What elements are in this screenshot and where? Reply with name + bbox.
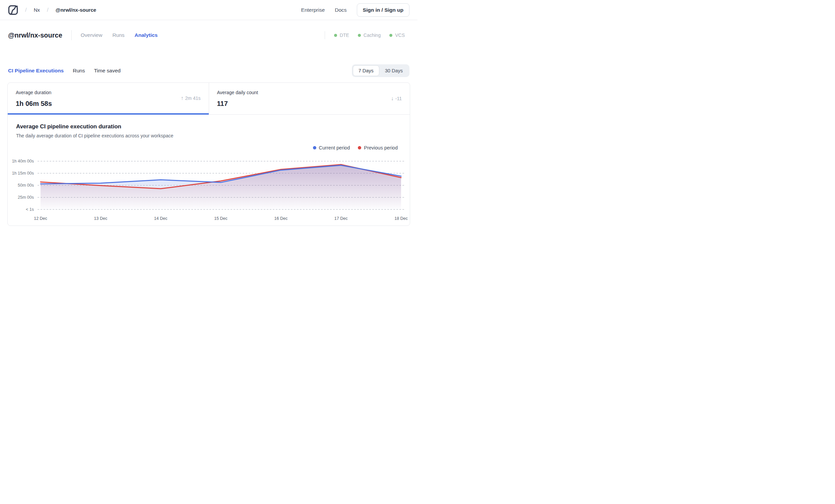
tab-time-saved[interactable]: Time saved <box>94 68 121 74</box>
status-caching: Caching <box>358 33 381 38</box>
x-axis-tick-label: 16 Dec <box>274 216 288 221</box>
toggle-7-days[interactable]: 7 Days <box>353 65 379 76</box>
stat-value: 117 <box>217 100 402 107</box>
top-navbar: / Nx / @nrwl/nx-source Enterprise Docs S… <box>0 0 418 20</box>
stat-title: Average duration <box>16 90 201 95</box>
status-dot-icon <box>389 34 392 37</box>
period-toggle: 7 Days 30 Days <box>352 64 409 77</box>
legend-label: Previous period <box>364 145 398 150</box>
tab-analytics[interactable]: Analytics <box>135 32 158 38</box>
breadcrumb-workspace[interactable]: @nrwl/nx-source <box>56 7 96 13</box>
status-label: VCS <box>395 33 405 38</box>
stat-title: Average daily count <box>217 90 402 95</box>
workspace-header: @nrwl/nx-source Overview Runs Analytics … <box>0 30 418 40</box>
page-title: @nrwl/nx-source <box>8 32 62 39</box>
chart-plot-svg <box>8 157 415 240</box>
arrow-up-icon: ↑ <box>181 95 184 101</box>
stat-cards-row: Average duration 1h 06m 58s ↑ 2m 41s Ave… <box>8 83 410 115</box>
divider <box>72 30 72 40</box>
chart-title: Average CI pipeline execution duration <box>16 123 410 130</box>
analytics-panel: Average duration 1h 06m 58s ↑ 2m 41s Ave… <box>7 82 410 226</box>
breadcrumb-separator: / <box>25 7 27 14</box>
stat-value: 1h 06m 58s <box>16 100 201 107</box>
workspace-nav: Overview Runs Analytics <box>81 32 158 38</box>
arrow-down-icon: ↓ <box>391 96 394 102</box>
legend-previous-period[interactable]: Previous period <box>358 145 398 150</box>
status-dot-icon <box>334 34 337 37</box>
navbar-links: Enterprise Docs Sign in / Sign up <box>301 3 409 17</box>
stat-delta: ↓ -11 <box>391 96 402 102</box>
breadcrumb-separator: / <box>47 7 48 14</box>
chart-panel: Average CI pipeline execution duration T… <box>8 115 410 225</box>
stat-delta-value: -11 <box>395 96 402 101</box>
analytics-tab-row: CI Pipeline Executions Runs Time saved 7… <box>0 64 418 77</box>
toggle-30-days[interactable]: 30 Days <box>379 65 408 76</box>
breadcrumb-org[interactable]: Nx <box>34 7 40 13</box>
analytics-tabs: CI Pipeline Executions Runs Time saved <box>8 68 121 74</box>
x-axis-tick-label: 13 Dec <box>94 216 107 221</box>
status-label: DTE <box>340 33 349 38</box>
sign-in-button[interactable]: Sign in / Sign up <box>357 3 409 17</box>
x-axis-tick-label: 18 Dec <box>394 216 408 221</box>
tab-ci-pipeline-executions[interactable]: CI Pipeline Executions <box>8 68 64 74</box>
stat-card-average-duration[interactable]: Average duration 1h 06m 58s ↑ 2m 41s <box>8 83 209 115</box>
nx-cloud-logo-icon[interactable] <box>8 5 18 15</box>
status-dte: DTE <box>334 33 349 38</box>
x-axis-tick-label: 15 Dec <box>214 216 227 221</box>
enterprise-link[interactable]: Enterprise <box>301 7 325 13</box>
stat-delta: ↑ 2m 41s <box>181 95 201 101</box>
x-axis-tick-label: 14 Dec <box>154 216 167 221</box>
workspace-status: DTE Caching VCS <box>325 31 409 39</box>
series-area <box>41 165 401 209</box>
line-chart: Current period Previous period 1h 40m 00… <box>8 139 410 225</box>
stat-card-average-daily-count[interactable]: Average daily count 117 ↓ -11 <box>209 83 410 115</box>
chart-subtitle: The daily average duration of CI pipelin… <box>16 133 410 138</box>
chart-legend: Current period Previous period <box>313 145 398 150</box>
stat-delta-value: 2m 41s <box>185 96 201 101</box>
x-axis-tick-label: 12 Dec <box>34 216 47 221</box>
divider <box>325 31 325 39</box>
x-axis-tick-label: 17 Dec <box>334 216 348 221</box>
tab-runs[interactable]: Runs <box>112 32 124 38</box>
legend-current-period[interactable]: Current period <box>313 145 350 150</box>
legend-dot-icon <box>358 146 361 149</box>
tab-analytics-runs[interactable]: Runs <box>73 68 85 74</box>
status-vcs: VCS <box>389 33 405 38</box>
status-label: Caching <box>364 33 381 38</box>
status-dot-icon <box>358 34 361 37</box>
docs-link[interactable]: Docs <box>335 7 346 13</box>
legend-dot-icon <box>313 146 316 149</box>
tab-overview[interactable]: Overview <box>81 32 103 38</box>
legend-label: Current period <box>319 145 350 150</box>
